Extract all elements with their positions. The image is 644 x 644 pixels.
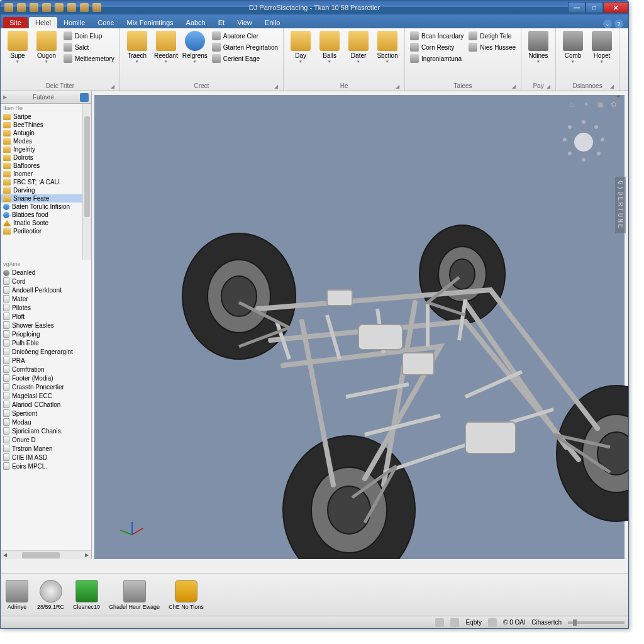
tree-item[interactable]: Antugin	[1, 129, 91, 137]
ribbon-button[interactable]: Supe▾	[4, 31, 31, 64]
ribbon-tab[interactable]: Helel	[29, 17, 57, 28]
ribbon-tab[interactable]: Et	[212, 17, 231, 28]
zoom-slider[interactable]	[568, 621, 625, 624]
taskbar-item[interactable]: 28/59.1RC	[37, 580, 64, 610]
tree-item[interactable]: Ingelrity	[1, 145, 91, 153]
tree-item[interactable]: Darving	[1, 186, 91, 194]
ribbon-button[interactable]: Balls▾	[316, 31, 343, 64]
tree-item[interactable]: Sjoriciiarn Chanis.	[1, 426, 91, 435]
tree-item[interactable]: Onure D	[1, 435, 91, 444]
tree-item[interactable]: Saripe	[1, 113, 91, 121]
tree-item[interactable]: Pulh Eble	[1, 338, 91, 347]
3d-viewport[interactable]: ◂ ⌂ ✦ ▣ ✿ G)DERTUNE	[94, 95, 625, 559]
tree-item[interactable]: Modau	[1, 418, 91, 426]
qat-icon[interactable]	[80, 3, 89, 12]
ribbon-small-button[interactable]: Ingroniamtuna	[409, 53, 465, 64]
tree-item[interactable]: Deanled	[1, 269, 91, 277]
ribbon-small-button[interactable]: Meltieemetory	[62, 53, 116, 64]
ribbon-small-button[interactable]: Gtarten Pregirtation	[211, 42, 279, 52]
taskbar-item[interactable]: Adrinye	[6, 580, 28, 610]
ribbon-button[interactable]: Sbction▾	[374, 31, 401, 64]
ribbon-small-button[interactable]: Bcan Incardary	[409, 31, 465, 41]
tree-item[interactable]: Footer (Modia)	[1, 374, 91, 382]
close-button[interactable]: ✕	[603, 2, 628, 13]
tree-item[interactable]: BeeThines	[1, 121, 91, 129]
vp-tool-icon[interactable]: ✿	[611, 100, 619, 109]
ribbon-button[interactable]: Relgrens▾	[182, 31, 208, 64]
tree-item[interactable]: Itnatio Soote	[1, 219, 91, 227]
tree-item[interactable]: Dolrots	[1, 153, 91, 162]
expand-arrow-icon[interactable]: ◂	[616, 92, 619, 99]
tree-item[interactable]: PRA	[1, 356, 91, 365]
status-icon[interactable]	[450, 618, 459, 627]
tree-item[interactable]: Ploft	[1, 312, 91, 321]
taskbar-item[interactable]: ChE No Tions	[169, 580, 204, 610]
ribbon-small-button[interactable]: Salct	[62, 42, 116, 52]
qat-icon[interactable]	[55, 3, 64, 12]
tree-item[interactable]: Dnicôeng Engerargint	[1, 347, 91, 356]
tree-item[interactable]: FBC ST; :A CAU.	[1, 178, 91, 186]
tree-item[interactable]: Shower Easles	[1, 321, 91, 330]
tree-item[interactable]: Andoell Perktoont	[1, 286, 91, 294]
tree-item[interactable]: Comftration	[1, 365, 91, 374]
ribbon-tab[interactable]: View	[231, 17, 258, 28]
maximize-button[interactable]: □	[586, 2, 603, 13]
tree-item[interactable]: Cord	[1, 277, 91, 286]
file-tab[interactable]: Site	[3, 17, 28, 28]
tree-item[interactable]: Prioploing	[1, 330, 91, 338]
tree-item[interactable]: Pilotes	[1, 303, 91, 312]
tree-item[interactable]: Eoirs MPCL.	[1, 462, 91, 470]
tree-item[interactable]: Inomer	[1, 170, 91, 178]
ribbon-small-button[interactable]: Corn Resity	[409, 42, 465, 52]
vp-tool-icon[interactable]: ✦	[583, 100, 592, 109]
qat-icon[interactable]	[4, 3, 13, 12]
h-scrollbar[interactable]: ◀ ▶	[1, 550, 91, 559]
ribbon-tab[interactable]: Cone	[91, 17, 120, 28]
help-collapse-icon[interactable]: ⌄	[603, 19, 612, 28]
tree-item[interactable]: Snane Feate	[1, 194, 91, 203]
ribbon-button[interactable]: Day▾	[287, 31, 314, 64]
ribbon-tab[interactable]: Mix Fonimtings	[121, 17, 180, 28]
ribbon-button[interactable]: Comb▾	[560, 31, 586, 64]
tree-item[interactable]: Perileotior	[1, 227, 91, 235]
browser-tree[interactable]: DeanledCordAndoell PerktoontMaterPilotes…	[1, 269, 91, 550]
ribbon-tab[interactable]: Homile	[57, 17, 91, 28]
collapse-icon[interactable]: ▶	[3, 94, 7, 100]
qat-icon[interactable]	[92, 3, 101, 12]
ribbon-tab[interactable]: Enilo	[258, 17, 286, 28]
ribbon-button[interactable]: Hopet▾	[589, 31, 615, 64]
status-icon[interactable]	[435, 618, 444, 627]
ribbon-button[interactable]: Ougon▾	[33, 31, 60, 64]
taskbar-item[interactable]: Ghadel Heur Ewage	[109, 580, 160, 610]
status-icon[interactable]	[488, 618, 497, 627]
tree-item[interactable]: CIIE IM ASD	[1, 453, 91, 462]
ribbon-tab[interactable]: Aabch	[180, 17, 212, 28]
ribbon-small-button[interactable]: Nies Hussee	[467, 42, 517, 52]
tree-item[interactable]: Alariocl CChatlon	[1, 400, 91, 409]
vp-tool-icon[interactable]: ▣	[597, 100, 606, 109]
tree-item[interactable]: Blatioes food	[1, 211, 91, 219]
tree-item[interactable]: Mater	[1, 294, 91, 303]
ribbon-small-button[interactable]: Doin Elup	[62, 31, 116, 41]
feature-panel-options-icon[interactable]	[80, 93, 89, 102]
scrollbar[interactable]	[82, 104, 91, 260]
ribbon-small-button[interactable]: Detigh Tele	[467, 31, 517, 41]
ribbon-button[interactable]: Dater▾	[345, 31, 372, 64]
qat-icon[interactable]	[17, 3, 26, 12]
feature-tree[interactable]: SaripeBeeThinesAntuginModesIngelrityDolr…	[1, 113, 91, 260]
vp-tool-icon[interactable]: ⌂	[569, 100, 578, 109]
tree-item[interactable]: Trstron Manen	[1, 444, 91, 453]
taskbar-item[interactable]: Cleanec10	[73, 580, 100, 610]
ribbon-button[interactable]: Ndines▾	[525, 31, 552, 64]
tree-item[interactable]: Baten Torulic Infision	[1, 203, 91, 211]
qat-icon[interactable]	[42, 3, 51, 12]
tree-item[interactable]: Crasstn Pnncertier	[1, 382, 91, 391]
minimize-button[interactable]: —	[568, 2, 586, 13]
ribbon-small-button[interactable]: Aoatore Cler	[211, 31, 279, 41]
ribbon-small-button[interactable]: Cerient Eage	[211, 53, 279, 64]
tree-item[interactable]: Magelasl ECC	[1, 391, 91, 400]
ribbon-button[interactable]: Reedant▾	[153, 31, 179, 64]
qat-icon[interactable]	[30, 3, 38, 12]
qat-icon[interactable]	[67, 3, 76, 12]
tree-item[interactable]: Modes	[1, 137, 91, 145]
